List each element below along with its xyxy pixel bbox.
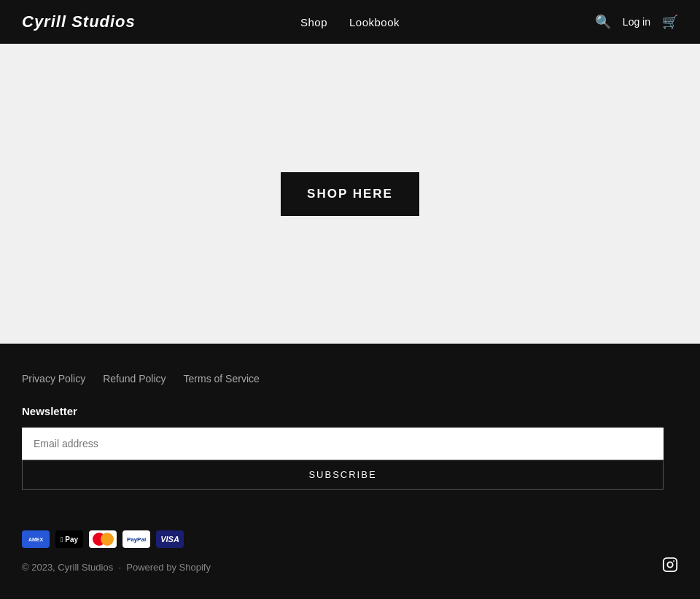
refund-policy-link[interactable]: Refund Policy [103,373,166,384]
main-content: SHOP HERE [0,44,700,344]
main-nav: Shop Lookbook [300,16,400,28]
nav-shop[interactable]: Shop [300,16,327,28]
mastercard-icon [89,530,117,548]
header-actions: 🔍 Log in 🛒 [595,14,678,30]
footer-links: Privacy Policy Refund Policy Terms of Se… [22,373,678,384]
site-footer: Privacy Policy Refund Policy Terms of Se… [0,344,700,599]
svg-rect-0 [664,558,677,571]
payment-icons: AMEX  Pay PayPal VISA [22,530,184,548]
amex-icon: AMEX [22,530,50,548]
shop-here-button[interactable]: SHOP HERE [281,172,419,216]
nav-lookbook[interactable]: Lookbook [349,16,400,28]
powered-by-link[interactable]: Powered by Shopify [126,562,211,573]
svg-point-2 [673,560,674,562]
subscribe-button[interactable]: SUBSCRIBE [22,460,664,490]
email-input[interactable] [22,428,664,460]
site-logo[interactable]: Cyrill Studios [22,12,136,31]
footer-bottom: AMEX  Pay PayPal VISA [22,501,678,548]
copyright: © 2023, Cyrill Studios · Powered by Shop… [22,562,211,573]
search-icon[interactable]: 🔍 [595,14,611,30]
visa-icon: VISA [156,530,184,548]
privacy-policy-link[interactable]: Privacy Policy [22,373,85,384]
svg-point-1 [667,562,672,567]
newsletter-label: Newsletter [22,405,678,417]
paypal-icon: PayPal [122,530,150,548]
instagram-icon[interactable] [662,557,678,577]
newsletter-form: SUBSCRIBE [22,428,664,490]
terms-of-service-link[interactable]: Terms of Service [184,373,260,384]
login-link[interactable]: Log in [623,16,650,28]
apple-pay-icon:  Pay [55,530,83,548]
site-header: Cyrill Studios Shop Lookbook 🔍 Log in 🛒 [0,0,700,44]
cart-icon[interactable]: 🛒 [662,14,678,30]
